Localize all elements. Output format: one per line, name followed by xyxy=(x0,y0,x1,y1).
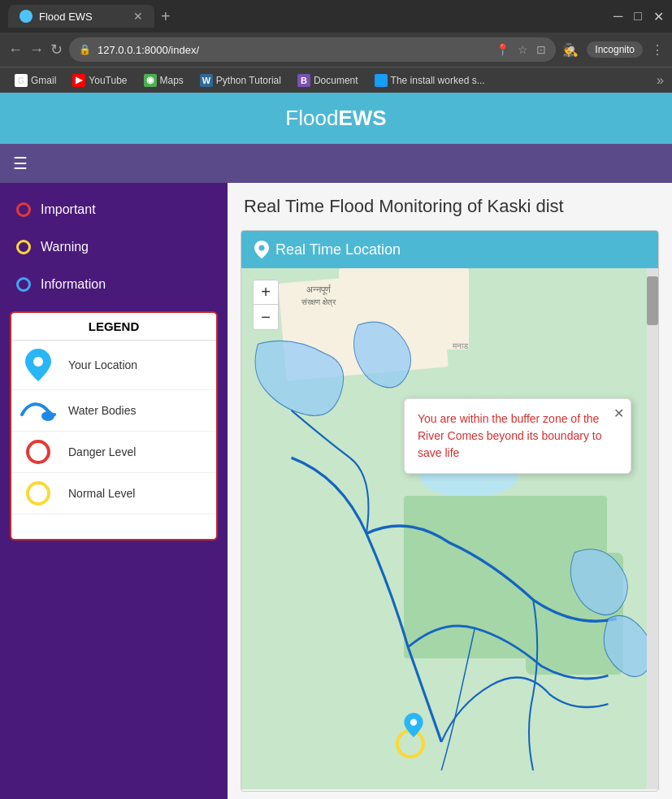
window-close-icon[interactable]: ✕ xyxy=(653,9,664,24)
more-bookmarks-icon[interactable]: » xyxy=(657,73,664,88)
legend-location-label: Your Location xyxy=(68,358,137,371)
legend-danger-label: Danger Level xyxy=(68,445,136,458)
browser-toolbar: ← → ↻ 🔒 127.0.0.1:8000/index/ 📍 ☆ ⊡ 🕵 In… xyxy=(0,33,672,67)
map-background: अन्नपूर्ण संरक्षण क्षेत्र मनाड xyxy=(241,268,658,789)
bookmark-youtube-label: YouTube xyxy=(89,75,127,86)
map-header-pin-icon xyxy=(254,241,269,258)
danger-circle xyxy=(26,440,50,464)
popup-close-button[interactable]: ✕ xyxy=(613,404,624,423)
main-layout: Important Warning Information LEGEND You… xyxy=(0,183,672,799)
main-content: Real Time Flood Monitoring of Kaski dist… xyxy=(228,183,672,799)
bookmark-document[interactable]: B Document xyxy=(291,72,365,89)
map-popup: ✕ You are within the buffer zone of the … xyxy=(404,398,631,474)
app-title-bold: EWS xyxy=(338,106,386,130)
scrollbar-thumb xyxy=(647,276,658,325)
svg-point-1 xyxy=(41,411,54,421)
secondary-pin-svg xyxy=(404,713,423,737)
legend-row-extra xyxy=(11,515,216,539)
globe-icon: 🌐 xyxy=(375,74,388,87)
location-icon: 📍 xyxy=(496,43,509,56)
map-header: Real Time Location xyxy=(241,231,658,268)
popup-text: You are within the buffer zone of the Ri… xyxy=(418,412,601,459)
split-screen-icon[interactable]: ⊡ xyxy=(536,43,546,56)
legend-normal-label: Normal Level xyxy=(68,487,135,500)
forward-button[interactable]: → xyxy=(29,41,44,59)
tab-close-button[interactable]: ✕ xyxy=(133,10,143,23)
map-container: Real Time Location अन्नपूर्ण संरक्षण क्ष… xyxy=(241,230,659,792)
map-controls[interactable]: + − xyxy=(253,280,279,330)
browser-tab[interactable]: Flood EWS ✕ xyxy=(8,5,154,28)
page-title: Real Time Flood Monitoring of Kaski dist xyxy=(228,183,672,230)
toolbar-right: 🕵 Incognito ⋮ xyxy=(562,41,664,58)
secondary-location-marker xyxy=(404,713,423,740)
back-button[interactable]: ← xyxy=(8,41,23,59)
bookmark-gmail[interactable]: G Gmail xyxy=(8,72,63,89)
new-tab-button[interactable]: + xyxy=(161,7,171,26)
url-text: 127.0.0.1:8000/index/ xyxy=(98,44,489,56)
water-body-svg xyxy=(20,398,56,423)
svg-point-4 xyxy=(410,719,417,726)
bookmarks-bar: G Gmail ▶ YouTube ◉ Maps W Python Tutori… xyxy=(0,67,672,93)
bookmark-maps[interactable]: ◉ Maps xyxy=(137,72,190,89)
sidebar-item-important[interactable]: Important xyxy=(0,191,228,228)
legend-title: LEGEND xyxy=(11,313,216,341)
bookmark-install-label: The install worked s... xyxy=(391,75,485,86)
map-scrollbar[interactable] xyxy=(647,268,658,789)
sidebar-toggle-bar[interactable]: ☰ xyxy=(0,144,672,183)
bookmark-youtube[interactable]: ▶ YouTube xyxy=(66,72,133,89)
legend-box: LEGEND Your Location Water Bodi xyxy=(10,311,218,541)
window-controls: ─ □ ✕ xyxy=(613,9,664,24)
important-circle-icon xyxy=(16,202,31,217)
location-pin-svg xyxy=(25,349,51,381)
map-rivers-svg xyxy=(241,268,658,789)
window-minimize-icon[interactable]: ─ xyxy=(613,9,622,24)
map-header-label: Real Time Location xyxy=(275,241,401,258)
bookmark-document-label: Document xyxy=(314,75,358,86)
warning-circle-icon xyxy=(16,240,31,254)
legend-danger-icon xyxy=(18,440,59,464)
legend-water-icon xyxy=(18,398,59,423)
map-body[interactable]: अन्नपूर्ण संरक्षण क्षेत्र मनाड xyxy=(241,268,658,789)
tab-favicon xyxy=(20,10,33,23)
app-title-normal: Flood xyxy=(285,106,338,130)
zoom-in-button[interactable]: + xyxy=(254,280,278,305)
bookmark-star-icon[interactable]: ☆ xyxy=(518,43,528,56)
maps-icon: ◉ xyxy=(144,74,157,87)
legend-row-normal: Normal Level xyxy=(11,473,216,515)
browser-chrome: Flood EWS ✕ + ─ □ ✕ ← → ↻ 🔒 127.0.0.1:80… xyxy=(0,0,672,93)
incognito-icon: 🕵 xyxy=(562,42,579,58)
svg-point-0 xyxy=(33,357,43,367)
bootstrap-icon: B xyxy=(297,74,310,87)
refresh-button[interactable]: ↻ xyxy=(50,41,63,59)
sidebar-item-information[interactable]: Information xyxy=(0,266,228,303)
information-circle-icon xyxy=(16,277,31,292)
bookmark-maps-label: Maps xyxy=(160,75,184,86)
window-maximize-icon[interactable]: □ xyxy=(634,9,642,24)
sidebar: Important Warning Information LEGEND You… xyxy=(0,183,228,799)
bookmark-python[interactable]: W Python Tutorial xyxy=(193,72,288,89)
svg-point-2 xyxy=(259,245,265,251)
bookmark-gmail-label: Gmail xyxy=(31,75,56,86)
bookmark-install[interactable]: 🌐 The install worked s... xyxy=(368,72,492,89)
hamburger-icon[interactable]: ☰ xyxy=(13,154,28,172)
legend-location-icon xyxy=(18,349,59,381)
lock-icon: 🔒 xyxy=(79,44,91,55)
normal-circle xyxy=(26,481,50,506)
zoom-out-button[interactable]: − xyxy=(254,305,278,329)
legend-water-label: Water Bodies xyxy=(68,404,137,417)
legend-row-danger: Danger Level xyxy=(11,432,216,473)
gmail-icon: G xyxy=(15,74,28,87)
app-header: FloodEWS xyxy=(0,93,672,144)
more-options-icon[interactable]: ⋮ xyxy=(651,42,664,58)
incognito-label: Incognito xyxy=(587,41,643,58)
browser-titlebar: Flood EWS ✕ + ─ □ ✕ xyxy=(0,0,672,33)
sidebar-item-important-label: Important xyxy=(41,202,96,217)
sidebar-item-warning[interactable]: Warning xyxy=(0,228,228,266)
sidebar-item-warning-label: Warning xyxy=(41,240,89,254)
tab-title: Flood EWS xyxy=(39,11,93,23)
youtube-icon: ▶ xyxy=(72,74,85,87)
legend-row-location: Your Location xyxy=(11,341,216,390)
address-bar[interactable]: 🔒 127.0.0.1:8000/index/ 📍 ☆ ⊡ xyxy=(69,37,556,62)
legend-row-water: Water Bodies xyxy=(11,390,216,432)
legend-normal-icon xyxy=(18,481,59,506)
